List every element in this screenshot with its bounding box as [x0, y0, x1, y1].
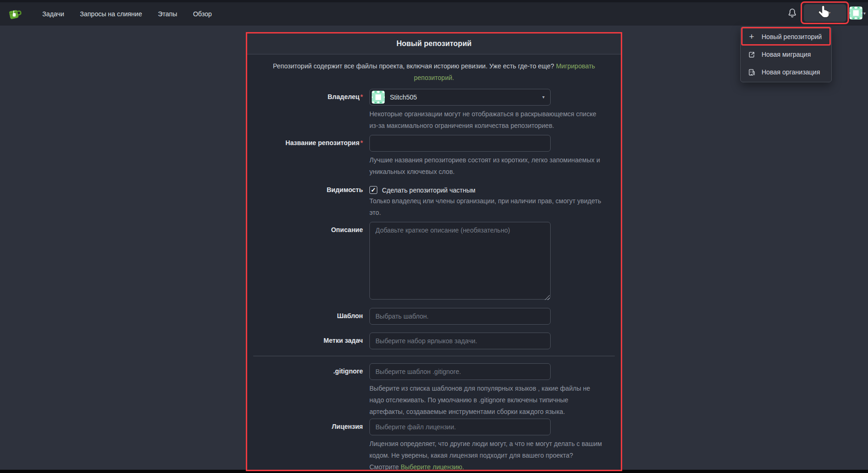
- repo-name-label-text: Название репозитория: [285, 139, 359, 147]
- plus-icon: +: [820, 8, 825, 18]
- required-asterisk: *: [361, 93, 363, 100]
- organization-icon: [748, 68, 756, 76]
- owner-avatar: [372, 91, 385, 104]
- create-new-button[interactable]: + ▾: [804, 4, 846, 22]
- intro-text: Репозиторий содержит все файлы проекта, …: [273, 62, 556, 70]
- license-label-text: Лицензия: [332, 423, 363, 430]
- gitea-logo-icon[interactable]: [7, 6, 22, 22]
- nav-item-pull-requests[interactable]: Запросы на слияние: [72, 10, 150, 18]
- menu-item-new-organization[interactable]: Новая организация: [741, 63, 831, 81]
- template-row: Шаблон: [247, 308, 621, 325]
- gitignore-input[interactable]: [369, 363, 551, 380]
- choose-license-link[interactable]: Выберите лицензию.: [401, 463, 464, 470]
- required-asterisk: *: [361, 139, 363, 147]
- issue-labels-label: Метки задач: [247, 333, 369, 344]
- gitignore-row: .gitignore Выберите из списка шаблонов д…: [247, 363, 621, 418]
- owner-label: Владелец*: [247, 89, 369, 100]
- user-avatar[interactable]: [849, 7, 862, 20]
- gitignore-label: .gitignore: [247, 363, 369, 375]
- repo-name-label: Название репозитория*: [247, 135, 369, 147]
- private-checkbox[interactable]: ✓: [369, 186, 377, 194]
- nav-item-explore[interactable]: Обзор: [185, 10, 219, 18]
- owner-value: Stitch505: [390, 93, 417, 101]
- plus-icon: +: [748, 33, 756, 40]
- chevron-down-icon: ▾: [542, 95, 545, 100]
- template-label-text: Шаблон: [337, 312, 363, 320]
- nav-item-milestones[interactable]: Этапы: [150, 10, 185, 18]
- license-label: Лицензия: [247, 419, 369, 430]
- section-divider: [253, 356, 615, 356]
- issue-labels-input[interactable]: [369, 333, 551, 349]
- navbar: Задачи Запросы на слияние Этапы Обзор: [0, 0, 868, 26]
- description-row: Описание: [247, 222, 621, 301]
- owner-help-text: Некоторые организации могут не отображат…: [369, 108, 604, 132]
- repo-name-row: Название репозитория* Лучшие названия ре…: [247, 135, 621, 178]
- notifications-bell-icon[interactable]: [787, 8, 797, 18]
- description-label-text: Описание: [331, 226, 363, 233]
- description-textarea[interactable]: [369, 222, 551, 300]
- gitignore-help-text: Выберите из списка шаблонов для популярн…: [369, 383, 604, 418]
- window-top-edge: [0, 0, 868, 2]
- form-intro-text: Репозиторий содержит все файлы проекта, …: [247, 54, 621, 89]
- template-input[interactable]: [369, 308, 551, 325]
- private-checkbox-label[interactable]: Сделать репозиторий частным: [382, 187, 475, 194]
- menu-item-label: Новый репозиторий: [762, 33, 822, 40]
- repo-name-help-text: Лучшие названия репозиториев состоят из …: [369, 154, 604, 178]
- issue-labels-row: Метки задач: [247, 333, 621, 349]
- license-help-text: Лицензия определяет, что другие люди мог…: [369, 438, 604, 470]
- owner-label-text: Владелец: [328, 93, 360, 100]
- visibility-label: Видимость: [247, 183, 369, 193]
- menu-item-label: Новая миграция: [762, 51, 811, 58]
- nav-item-issues[interactable]: Задачи: [34, 10, 72, 18]
- window-bottom-edge: [0, 470, 868, 473]
- license-row: Лицензия Лицензия определяет, что другие…: [247, 419, 621, 470]
- menu-item-label: Новая организация: [762, 68, 820, 76]
- chevron-down-icon: ▾: [828, 11, 830, 15]
- new-repository-panel: Новый репозиторий Репозиторий содержит в…: [247, 33, 621, 470]
- create-new-dropdown-menu: + Новый репозиторий Новая миграция Новая…: [740, 27, 832, 82]
- page-title: Новый репозиторий: [247, 33, 621, 54]
- gitignore-label-text: .gitignore: [333, 367, 363, 375]
- owner-select[interactable]: Stitch505 ▾: [369, 89, 551, 106]
- license-input[interactable]: [369, 419, 551, 435]
- user-menu-chevron-down-icon[interactable]: ▾: [863, 11, 866, 16]
- issue-labels-label-text: Метки задач: [323, 337, 363, 344]
- repo-name-input[interactable]: [369, 135, 551, 152]
- description-label: Описание: [247, 222, 369, 233]
- migration-icon: [748, 51, 756, 59]
- menu-item-new-repository[interactable]: + Новый репозиторий: [741, 28, 831, 46]
- template-label: Шаблон: [247, 308, 369, 320]
- menu-item-new-migration[interactable]: Новая миграция: [741, 46, 831, 63]
- visibility-help-text: Только владелец или члены организации, п…: [369, 195, 604, 219]
- owner-row: Владелец* Stitch505 ▾ Некоторые организа…: [247, 89, 621, 132]
- visibility-row: Видимость ✓ Сделать репозиторий частным …: [247, 183, 621, 219]
- visibility-label-text: Видимость: [327, 186, 363, 193]
